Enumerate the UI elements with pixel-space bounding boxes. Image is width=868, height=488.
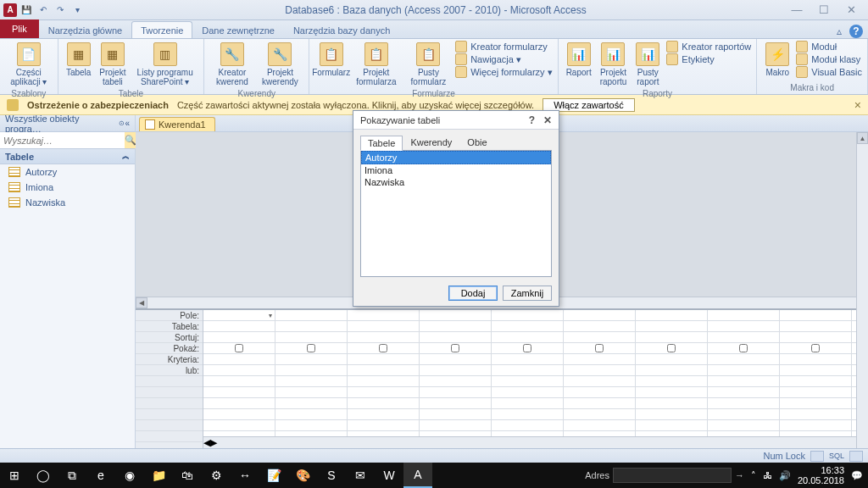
tab-create[interactable]: Tworzenie [131, 21, 192, 38]
address-go-icon[interactable]: → [735, 470, 744, 480]
ribbon-button[interactable]: 📄Części aplikacji ▾ [5, 41, 53, 88]
nav-collapse-icon[interactable]: « [125, 119, 130, 128]
grid-cell[interactable] [780, 409, 851, 420]
ribbon-button[interactable]: ▦Projekt tabeli [96, 41, 131, 88]
tab-home[interactable]: Narzędzia główne [39, 21, 131, 38]
scroll-up-icon[interactable]: ▲ [857, 132, 868, 144]
help-icon[interactable]: ? [849, 25, 863, 38]
dialog-tab-tables[interactable]: Tabele [360, 136, 403, 151]
file-tab[interactable]: Plik [0, 19, 39, 38]
grid-cell[interactable] [636, 409, 707, 420]
grid-cell[interactable] [348, 310, 419, 321]
grid-cell[interactable] [636, 398, 707, 409]
grid-cell[interactable] [420, 387, 491, 398]
grid-cell[interactable] [636, 354, 707, 365]
dialog-tab-both[interactable]: Obie [459, 135, 494, 150]
grid-cell[interactable] [708, 409, 779, 420]
grid-cell[interactable] [780, 398, 851, 409]
grid-cell[interactable] [348, 398, 419, 409]
grid-cell[interactable] [492, 420, 563, 431]
grid-cell[interactable] [203, 387, 275, 398]
ribbon-button[interactable]: 📊Projekt raportu [596, 41, 632, 88]
address-input[interactable] [613, 468, 732, 483]
security-close-icon[interactable]: × [854, 98, 861, 112]
grid-cell[interactable] [780, 354, 851, 365]
grid-cell[interactable] [564, 409, 635, 420]
grid-cell[interactable] [203, 354, 275, 365]
grid-cell[interactable] [492, 398, 563, 409]
grid-cell[interactable] [636, 321, 707, 332]
access-taskbar-icon[interactable]: A [403, 463, 432, 488]
ribbon-small-button[interactable]: Moduł klasy [796, 53, 862, 65]
task-view-icon[interactable]: ⧉ [58, 463, 86, 488]
grid-cell[interactable] [564, 321, 635, 332]
nav-table-item[interactable]: Nazwiska [0, 195, 135, 210]
tray-up-icon[interactable]: ˄ [751, 470, 756, 481]
grid-cell[interactable] [780, 321, 851, 332]
grid-cell[interactable] [492, 365, 563, 376]
redo-icon[interactable]: ↷ [53, 3, 68, 18]
ribbon-button[interactable]: 📋Projekt formularza [349, 41, 403, 88]
ribbon-small-button[interactable]: Więcej formularzy ▾ [455, 66, 552, 78]
grid-cell[interactable] [203, 365, 275, 376]
show-checkbox[interactable] [451, 344, 459, 352]
grid-cell[interactable] [420, 310, 491, 321]
grid-cell[interactable] [275, 376, 347, 387]
grid-cell[interactable] [203, 409, 275, 420]
grid-cell[interactable] [564, 398, 635, 409]
grid-cell[interactable] [780, 343, 851, 354]
view-datasheet-icon[interactable] [810, 451, 824, 462]
sql-view-label[interactable]: SQL [829, 452, 844, 460]
undo-icon[interactable]: ↶ [36, 3, 51, 18]
store-icon[interactable]: 🛍 [173, 463, 202, 488]
query-tab[interactable]: Kwerenda1 [139, 117, 215, 131]
close-dialog-button[interactable]: Zamknij [503, 286, 552, 301]
grid-cell[interactable] [420, 365, 491, 376]
dialog-titlebar[interactable]: Pokazywanie tabeli ? ✕ [353, 111, 559, 130]
grid-cell[interactable] [348, 332, 419, 343]
grid-cell[interactable] [348, 354, 419, 365]
grid-cell[interactable] [564, 420, 635, 431]
minimize-ribbon-icon[interactable]: ▵ [832, 25, 846, 38]
search-icon[interactable]: 🔍 [125, 132, 136, 148]
grid-cell[interactable] [780, 365, 851, 376]
grid-cell[interactable] [636, 365, 707, 376]
scroll-left-icon[interactable]: ◀ [136, 297, 147, 308]
grid-cell[interactable] [708, 376, 779, 387]
show-checkbox[interactable] [523, 344, 531, 352]
scroll-right-icon[interactable]: ▶ [210, 437, 217, 448]
ribbon-button[interactable]: 🔧Kreator kwerend [209, 41, 255, 88]
grid-cell[interactable] [636, 310, 707, 321]
grid-cell[interactable] [636, 376, 707, 387]
ribbon-small-button[interactable]: Visual Basic [796, 66, 862, 78]
nav-table-item[interactable]: Autorzy [0, 164, 135, 180]
tab-database-tools[interactable]: Narzędzia bazy danych [284, 21, 399, 38]
grid-cell[interactable] [636, 332, 707, 343]
show-checkbox[interactable] [235, 344, 243, 352]
chrome-icon[interactable]: ◉ [115, 463, 144, 488]
grid-cell[interactable] [203, 343, 275, 354]
nav-table-item[interactable]: Imiona [0, 180, 135, 195]
grid-cell[interactable] [708, 343, 779, 354]
teamviewer-icon[interactable]: ↔ [231, 463, 259, 488]
grid-cell[interactable] [564, 387, 635, 398]
grid-cell[interactable] [203, 398, 275, 409]
show-checkbox[interactable] [811, 344, 820, 352]
grid-cell[interactable] [564, 310, 635, 321]
grid-cell[interactable] [708, 321, 779, 332]
show-checkbox[interactable] [667, 344, 676, 352]
notepad-icon[interactable]: 📝 [259, 463, 288, 488]
grid-cell[interactable] [420, 420, 491, 431]
grid-cell[interactable] [275, 332, 347, 343]
grid-cell[interactable] [275, 354, 347, 365]
nav-header[interactable]: Wszystkie obiekty progra… ⊙ « [0, 115, 135, 132]
close-button[interactable]: ✕ [841, 3, 861, 17]
ribbon-small-button[interactable]: Kreator formularzy [455, 41, 552, 53]
ribbon-button[interactable]: 📋Pusty formularz [405, 41, 453, 88]
grid-cell[interactable] [275, 409, 347, 420]
dialog-list-item[interactable]: Nazwiska [361, 176, 551, 188]
grid-cell[interactable] [348, 343, 419, 354]
grid-cell[interactable] [275, 420, 347, 431]
grid-cell[interactable] [708, 387, 779, 398]
grid-cell[interactable] [420, 354, 491, 365]
